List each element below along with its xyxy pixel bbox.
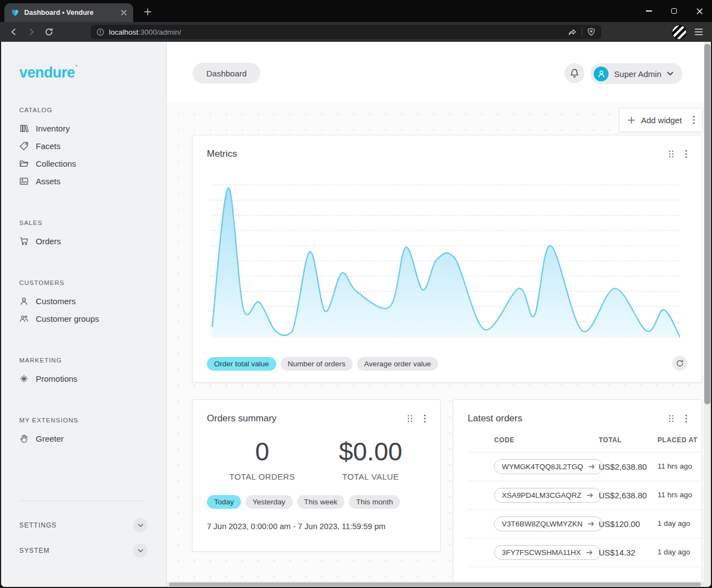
browser-titlebar: Dashboard • Vendure [0,0,712,22]
order-code-link[interactable]: V3T6BW8ZQLWMYZKN [494,516,603,531]
urlbar-divider [582,28,582,36]
vertical-scrollbar-thumb[interactable] [704,44,710,404]
metric-chip-order-total-value[interactable]: Order total value [207,357,276,371]
range-chip-yesterday[interactable]: Yesterday [245,495,293,509]
share-icon[interactable] [568,28,577,37]
vertical-scrollbar[interactable] [704,42,711,587]
metric-chip-average-order-value[interactable]: Average order value [357,357,438,371]
forward-icon [27,28,36,36]
vendure-favicon [11,9,19,17]
assets-icon [19,177,29,186]
kebab-menu-icon[interactable] [685,150,687,158]
nav-section-label-customers: CUSTOMERS [19,279,166,286]
tab-close-icon[interactable] [119,8,129,18]
expand-section-button[interactable] [133,518,147,532]
back-button[interactable] [7,25,21,39]
add-widget-button[interactable]: Add widget [619,108,703,132]
order-placed-at-cell: 1 day ago [658,519,693,529]
site-info-icon[interactable] [96,28,105,36]
order-code-cell: WYMGK4TQQ8JL2TGQ [494,459,599,474]
nav-section-label-sales: SALES [19,219,166,226]
sidebar-divider [19,501,146,501]
table-column-header-code: CODE [494,436,599,444]
window-maximize-button[interactable] [661,0,687,22]
range-chip-today[interactable]: Today [207,495,241,509]
sidebar-item-label: Customers [36,296,76,306]
sidebar-item-promotions[interactable]: Promotions [19,370,166,387]
expand-section-button[interactable] [133,543,147,558]
url-host: localhost [109,28,138,36]
arrow-right-icon [588,520,595,527]
window-minimize-button[interactable] [636,0,661,22]
range-chip-this-month[interactable]: This month [349,495,400,509]
order-code-link[interactable]: 3FY7FSCWSHMA11HX [494,545,601,560]
order-code: 3FY7FSCWSHMA11HX [502,548,581,557]
order-total-cell: US$2,638.80 [599,462,658,471]
order-placed-at-cell: 11 hrs ago [658,490,693,500]
back-icon [9,28,18,36]
close-icon [697,8,703,14]
browser-window: Dashboard • Vendure localhost:3000/admin… [0,0,712,587]
sidebar-item-greeter[interactable]: Greeter [19,430,166,447]
collapsed-section-label: SETTINGS [19,521,57,529]
reload-icon [45,28,53,36]
table-column-header-placed-at: PLACED AT [658,436,702,444]
metrics-title: Metrics [207,149,669,160]
reload-button[interactable] [42,25,56,39]
order-code-cell: 3FY7FSCWSHMA11HX [494,545,599,560]
metric-chip-number-of-orders[interactable]: Number of orders [281,357,353,371]
sidebar-item-orders[interactable]: Orders [19,232,166,250]
order-code-cell: XSA9PD4LM3CGAQRZ [494,488,599,503]
dashboard: Add widget Metrics [167,102,711,587]
order-code: XSA9PD4LM3CGAQRZ [502,491,582,499]
sidebar-item-collections[interactable]: Collections [19,155,166,172]
sidebar-item-customer-groups[interactable]: Customer groups [19,310,166,327]
order-total-cell: US$14.32 [599,548,658,557]
drag-handle-icon[interactable] [669,415,674,422]
order-code-link[interactable]: WYMGK4TQQ8JL2TGQ [494,459,603,474]
refresh-button[interactable] [672,356,687,371]
person-icon [19,296,29,306]
inventory-icon [19,124,29,133]
drag-handle-icon[interactable] [669,150,674,158]
sidebar-section-system[interactable]: SYSTEM [19,540,166,562]
summary-chips: TodayYesterdayThis weekThis month [207,495,440,509]
brave-shield-icon[interactable] [587,28,596,37]
kebab-menu-icon[interactable] [685,414,687,423]
user-menu[interactable]: Super Admin [590,63,682,84]
forward-button[interactable] [24,25,39,39]
range-chip-this-week[interactable]: This week [297,495,345,509]
window-close-button[interactable] [687,0,712,22]
browser-tab[interactable]: Dashboard • Vendure [4,3,133,22]
nav-section-label-catalog: CATALOG [19,107,166,113]
sidebar-item-inventory[interactable]: Inventory [19,119,166,137]
sidebar-item-assets[interactable]: Assets [19,172,166,190]
arrow-right-icon [587,492,594,499]
drag-handle-icon[interactable] [407,415,413,422]
kebab-menu-icon[interactable] [693,116,695,124]
browser-menu-button[interactable] [694,28,703,36]
sidebar-item-facets[interactable]: Facets [19,137,166,155]
sidebar-collapsed-sections: SETTINGSSYSTEM [19,514,166,562]
latest-orders-table: CODETOTALPLACED AT WYMGK4TQQ8JL2TGQUS$2,… [468,436,702,567]
order-code-link[interactable]: XSA9PD4LM3CGAQRZ [494,488,601,503]
url-bar[interactable]: localhost:3000/admin/ [91,25,601,39]
horizontal-scrollbar-thumb[interactable] [169,582,701,586]
new-tab-button[interactable] [141,5,154,18]
browser-toolbar: localhost:3000/admin/ [0,22,712,42]
order-code-cell: V3T6BW8ZQLWMYZKN [494,516,599,531]
browser-profile-avatar[interactable] [672,25,687,40]
vendure-logo[interactable]: vendure’ [19,58,166,82]
bell-icon [569,68,579,78]
plus-icon [628,117,635,124]
sidebar-section-settings[interactable]: SETTINGS [19,514,166,536]
breadcrumb[interactable]: Dashboard [193,63,260,84]
hand-icon [19,434,29,443]
notifications-button[interactable] [565,63,584,83]
table-column-header-total: TOTAL [599,436,658,444]
sidebar-nav: CATALOGInventoryFacetsCollectionsAssetsS… [19,107,166,447]
kebab-menu-icon[interactable] [424,414,426,423]
people-icon [19,314,29,323]
horizontal-scrollbar[interactable] [167,581,704,587]
sidebar-item-customers[interactable]: Customers [19,292,166,310]
